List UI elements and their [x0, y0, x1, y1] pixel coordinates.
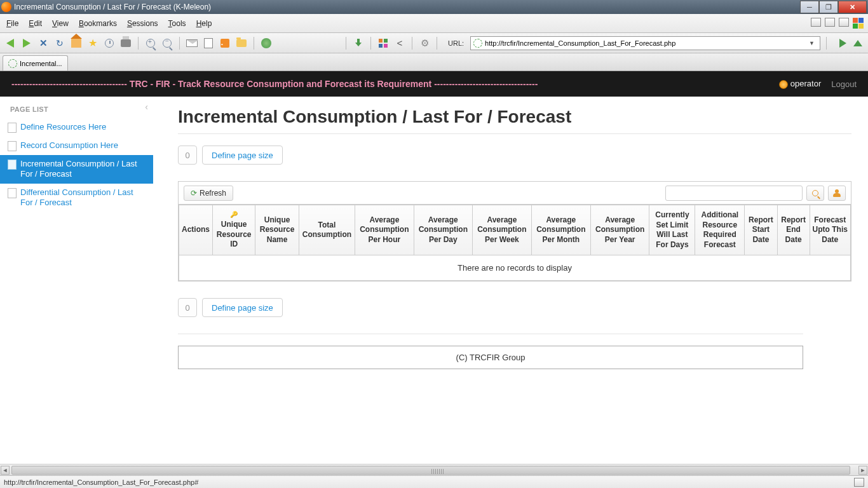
col-total-consumption[interactable]: Total Consumption [299, 205, 355, 255]
zoom-in-icon [146, 39, 155, 48]
col-label: Unique Resource ID [217, 220, 252, 248]
browser-tab[interactable]: Incremental... [3, 55, 68, 71]
col-unique-resource-name[interactable]: Unique Resource Name [255, 205, 299, 255]
separator [179, 37, 180, 50]
menubar-icon-1[interactable] [811, 18, 821, 27]
up-button[interactable] [851, 37, 864, 50]
col-actions[interactable]: Actions [179, 205, 213, 255]
menu-bookmarks[interactable]: Bookmarks [79, 19, 117, 28]
reload-icon: ↻ [56, 38, 64, 48]
zoom-out-icon [163, 39, 172, 48]
col-avg-per-month[interactable]: Average Consumption Per Month [531, 205, 590, 255]
col-avg-per-hour[interactable]: Average Consumption Per Hour [355, 205, 414, 255]
up-triangle-icon [853, 40, 862, 46]
sidebar-item-differential-consumption[interactable]: Differential Consumption / Last For / Fo… [0, 184, 153, 212]
divider [178, 133, 851, 134]
stop-icon: ✕ [39, 37, 48, 49]
zoom-in-button[interactable] [144, 37, 157, 50]
menu-file[interactable]: File [6, 19, 18, 28]
arrow-right-icon [23, 39, 31, 48]
col-additional-forecast[interactable]: Additional Resource Required Forecast [695, 205, 745, 255]
scrollbar-grip-icon [431, 469, 444, 474]
home-button[interactable] [70, 37, 83, 50]
history-button[interactable] [103, 37, 116, 50]
menu-view[interactable]: View [52, 19, 69, 28]
globe-icon [261, 38, 271, 48]
data-table-panel: ⟳ Refresh Actions 🔑Unique Resource ID Un… [178, 181, 851, 281]
apps-button[interactable] [377, 37, 390, 50]
menu-edit[interactable]: Edit [29, 19, 42, 28]
advanced-search-button[interactable] [828, 186, 846, 201]
share-button[interactable]: < [393, 37, 406, 50]
col-limit-last-days[interactable]: Currently Set Limit Will Last For Days [649, 205, 695, 255]
stop-button[interactable]: ✕ [37, 37, 50, 50]
window-maximize-button[interactable]: ❐ [819, 1, 838, 13]
print-button[interactable] [119, 37, 132, 50]
toolbar: ✕ ↻ ★ • < ⚙ URL: http://trcfir/Increment… [0, 33, 868, 53]
search-input[interactable] [665, 186, 803, 201]
menu-help[interactable]: Help [196, 19, 212, 28]
menubar: File Edit View Bookmarks Sessions Tools … [0, 14, 868, 33]
menu-tools[interactable]: Tools [168, 19, 186, 28]
col-report-start[interactable]: Report Start Date [745, 205, 777, 255]
define-page-size-button[interactable]: Define page size [202, 298, 283, 317]
divider [178, 334, 803, 334]
download-button[interactable] [352, 37, 365, 50]
rss-button[interactable]: • [219, 37, 231, 50]
col-avg-per-day[interactable]: Average Consumption Per Day [414, 205, 472, 255]
col-report-end[interactable]: Report End Date [777, 205, 810, 255]
pager-bottom: 0 Define page size [178, 298, 868, 317]
scroll-right-button[interactable]: ► [858, 466, 867, 475]
search-button[interactable] [806, 186, 824, 201]
url-dropdown-icon[interactable]: ▼ [806, 40, 817, 46]
empty-row: There are no records to display [179, 255, 851, 281]
search-icon [812, 190, 818, 196]
folder-button[interactable] [235, 37, 248, 50]
define-page-size-button[interactable]: Define page size [202, 146, 283, 165]
sidebar-item-define-resources[interactable]: Define Resources Here [0, 118, 153, 137]
menubar-icon-apps[interactable] [853, 18, 864, 29]
col-forecast-upto[interactable]: Forecast Upto This Date [810, 205, 850, 255]
tabstrip: Incremental... [0, 53, 868, 71]
scroll-left-button[interactable]: ◄ [1, 466, 10, 475]
mail-button[interactable] [186, 37, 198, 50]
favorites-button[interactable]: ★ [86, 37, 99, 50]
header-dashes-left: --------------------------------------- [11, 79, 127, 89]
web-button[interactable] [260, 37, 273, 50]
separator [346, 37, 346, 50]
page-count-badge: 0 [178, 298, 197, 317]
url-bar[interactable]: http://trcfir/Incremental_Consumption_La… [470, 36, 820, 50]
statusbar: http://trcfir/Incremental_Consumption_La… [0, 475, 868, 488]
zoom-out-button[interactable] [161, 37, 173, 50]
menubar-icon-3[interactable] [839, 18, 849, 27]
settings-button[interactable]: ⚙ [418, 37, 431, 50]
col-avg-per-year[interactable]: Average Consumption Per Year [590, 205, 649, 255]
back-button[interactable] [4, 37, 17, 50]
clock-icon [105, 39, 114, 48]
col-unique-resource-id[interactable]: 🔑Unique Resource ID [213, 205, 255, 255]
menu-sessions[interactable]: Sessions [127, 19, 158, 28]
reload-button[interactable]: ↻ [53, 37, 66, 50]
logout-link[interactable]: Logout [831, 79, 857, 89]
window-minimize-button[interactable]: ─ [800, 1, 819, 13]
download-icon [354, 39, 363, 48]
window-title: Incremental Consumption / Last For / For… [14, 3, 800, 11]
sidebar-item-incremental-consumption[interactable]: Incremental Consumption / Last For / For… [0, 155, 153, 184]
document-icon [204, 38, 213, 48]
url-text: http://trcfir/Incremental_Consumption_La… [485, 39, 806, 47]
scrollbar-thumb[interactable] [11, 466, 850, 475]
menubar-icon-2[interactable] [825, 18, 835, 27]
col-avg-per-week[interactable]: Average Consumption Per Week [472, 205, 531, 255]
user-button[interactable]: operator [779, 79, 821, 89]
go-button[interactable] [836, 37, 849, 50]
horizontal-scrollbar[interactable]: ◄ ► [0, 464, 868, 475]
window-close-button[interactable]: ✕ [838, 1, 867, 13]
sidebar-collapse-button[interactable]: ‹ [145, 102, 148, 112]
user-name-text: operator [790, 79, 821, 88]
url-favicon-icon [473, 39, 482, 48]
compose-button[interactable] [202, 37, 215, 50]
sidebar-item-record-consumption[interactable]: Record Consumption Here [0, 137, 153, 155]
statusbar-icon[interactable] [854, 478, 864, 487]
refresh-button[interactable]: ⟳ Refresh [184, 186, 233, 201]
forward-button[interactable] [20, 37, 33, 50]
